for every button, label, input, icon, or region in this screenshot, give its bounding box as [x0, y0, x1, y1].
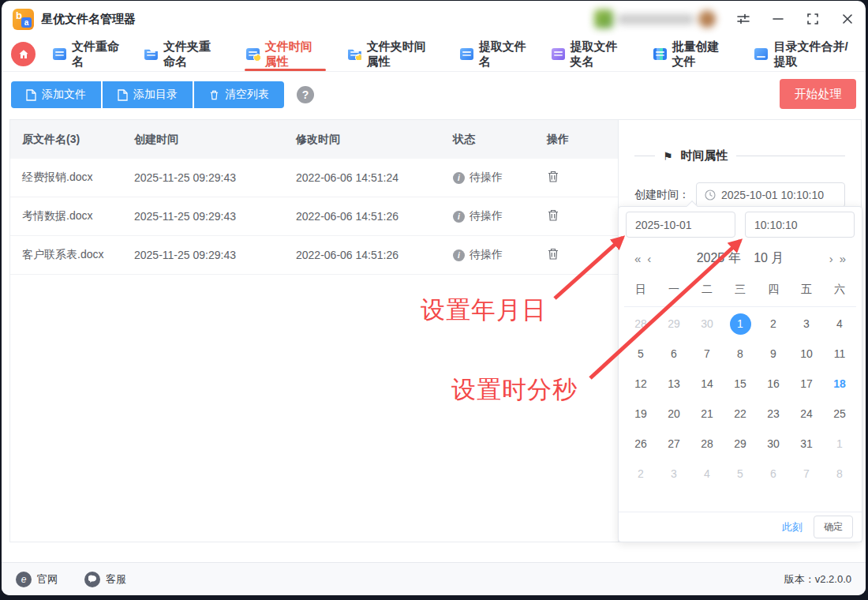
- calendar-day[interactable]: 6: [657, 339, 690, 369]
- files-icon: [53, 48, 66, 60]
- calendar-day[interactable]: 9: [757, 339, 790, 369]
- add-directory-button[interactable]: 添加目录: [101, 81, 193, 108]
- calendar-day[interactable]: 7: [790, 459, 823, 489]
- tab-7[interactable]: 批量创建文件: [653, 37, 731, 71]
- calendar-day[interactable]: 15: [724, 369, 757, 399]
- calendar-day[interactable]: 6: [757, 459, 790, 489]
- calendar-day[interactable]: 11: [823, 339, 856, 369]
- calendar-day[interactable]: 30: [757, 429, 790, 459]
- start-processing-button[interactable]: 开始处理: [780, 79, 856, 109]
- minimize-button[interactable]: [771, 12, 785, 26]
- calendar-day[interactable]: 13: [657, 369, 690, 399]
- info-icon: i: [453, 249, 465, 261]
- tab-4[interactable]: 文件夹时间属性: [348, 37, 436, 71]
- account-info-blurred[interactable]: [594, 9, 716, 28]
- tab-8[interactable]: 目录文件合并/提取: [754, 37, 856, 71]
- calendar-day[interactable]: 25: [823, 399, 856, 429]
- cell-status: i 待操作: [453, 248, 547, 262]
- calendar-day[interactable]: 30: [690, 309, 724, 339]
- time-input[interactable]: 10:10:10: [745, 212, 855, 238]
- calendar-day[interactable]: 22: [724, 399, 757, 429]
- next-month-button[interactable]: ›: [826, 252, 836, 265]
- account-name-blur: [618, 14, 694, 24]
- calendar-day[interactable]: 31: [790, 429, 823, 459]
- calendar-day[interactable]: 8: [724, 339, 757, 369]
- vip-badge: [698, 10, 716, 28]
- cell-created: 2025-11-25 09:29:43: [134, 210, 296, 223]
- calendar-day[interactable]: 29: [724, 429, 757, 459]
- calendar-day[interactable]: 4: [690, 459, 724, 489]
- col-original-name: 原文件名(3): [10, 133, 134, 147]
- calendar-day[interactable]: 16: [757, 369, 790, 399]
- calendar-day[interactable]: 28: [624, 309, 657, 339]
- add-files-button[interactable]: 添加文件: [11, 81, 101, 108]
- help-icon[interactable]: ?: [297, 86, 314, 103]
- prev-month-button[interactable]: ‹: [644, 252, 654, 265]
- date-input[interactable]: 2025-10-01: [626, 212, 735, 238]
- datetime-picker-popup: 2025-10-01 10:10:10 « ‹ 2025 年 10 月 › » …: [618, 206, 862, 542]
- tab-2[interactable]: 文件夹重命名: [144, 37, 223, 71]
- calendar-day[interactable]: 27: [657, 429, 690, 459]
- now-link[interactable]: 此刻: [782, 520, 803, 534]
- calendar-day[interactable]: 28: [690, 429, 724, 459]
- calendar-day[interactable]: 5: [624, 339, 657, 369]
- calendar-grid: 2829301234567891011121314151617181920212…: [619, 309, 862, 489]
- calendar-day[interactable]: 2: [624, 459, 657, 489]
- info-icon: i: [453, 172, 465, 184]
- calendar-day[interactable]: 21: [690, 399, 724, 429]
- confirm-button[interactable]: 确定: [814, 516, 853, 538]
- cell-filename: 客户联系表.docx: [10, 248, 134, 262]
- delete-row-button[interactable]: [547, 170, 559, 186]
- trash-icon: [547, 170, 559, 183]
- prev-year-button[interactable]: «: [631, 252, 644, 265]
- tab-5[interactable]: 提取文件名: [460, 37, 528, 71]
- maximize-button[interactable]: [806, 12, 820, 26]
- delete-row-button[interactable]: [547, 208, 559, 224]
- calendar-day[interactable]: 10: [790, 339, 823, 369]
- calendar-day[interactable]: 18: [823, 369, 856, 399]
- close-button[interactable]: [840, 12, 855, 26]
- home-button[interactable]: [11, 42, 36, 66]
- folder-extract-icon: [552, 48, 565, 60]
- calendar-day[interactable]: 23: [757, 399, 790, 429]
- calendar-day[interactable]: 3: [657, 459, 690, 489]
- col-operation: 操作: [547, 133, 618, 147]
- calendar-day[interactable]: 4: [823, 309, 856, 339]
- official-site-link[interactable]: e 官网: [16, 572, 58, 587]
- calendar-day[interactable]: 26: [624, 429, 657, 459]
- settings-sliders-icon[interactable]: [736, 12, 750, 26]
- table-row: 考情数据.docx 2025-11-25 09:29:43 2022-06-06…: [10, 197, 618, 236]
- app-title: 星优文件名管理器: [41, 12, 136, 27]
- calendar-day[interactable]: 3: [790, 309, 823, 339]
- calendar-day[interactable]: 14: [690, 369, 724, 399]
- calendar-day[interactable]: 7: [690, 339, 724, 369]
- created-time-input[interactable]: 2025-10-01 10:10:10: [696, 182, 845, 208]
- calendar-day[interactable]: 24: [790, 399, 823, 429]
- version-label: 版本：v2.2.0.0: [784, 572, 851, 587]
- year-label[interactable]: 2025 年: [697, 251, 741, 264]
- weekday-label: 四: [757, 283, 790, 297]
- clear-list-button[interactable]: 清空列表: [193, 81, 284, 108]
- tab-6[interactable]: 提取文件夹名: [552, 37, 630, 71]
- calendar-day[interactable]: 12: [624, 369, 657, 399]
- calendar-day[interactable]: 19: [624, 399, 657, 429]
- calendar-day[interactable]: 5: [724, 459, 757, 489]
- calendar-day[interactable]: 17: [790, 369, 823, 399]
- cell-status: i 待操作: [453, 171, 547, 185]
- tab-3[interactable]: 文件时间属性: [246, 37, 324, 71]
- cell-filename: 经费报销.docx: [10, 171, 134, 185]
- calendar-day[interactable]: 29: [657, 309, 690, 339]
- calendar-day[interactable]: 20: [657, 399, 690, 429]
- flag-icon: ⚑: [663, 150, 673, 163]
- calendar-day[interactable]: 1: [823, 429, 856, 459]
- next-year-button[interactable]: »: [836, 252, 849, 265]
- customer-service-link[interactable]: 客服: [84, 572, 126, 587]
- delete-row-button[interactable]: [547, 247, 559, 263]
- month-label[interactable]: 10 月: [754, 251, 784, 264]
- tab-1[interactable]: 文件重命名: [53, 37, 121, 71]
- calendar-day[interactable]: 2: [757, 309, 790, 339]
- clock-file-icon: [246, 48, 260, 60]
- cell-created: 2025-11-25 09:29:43: [134, 171, 296, 184]
- calendar-day[interactable]: 1: [724, 309, 757, 339]
- calendar-day[interactable]: 8: [823, 459, 856, 489]
